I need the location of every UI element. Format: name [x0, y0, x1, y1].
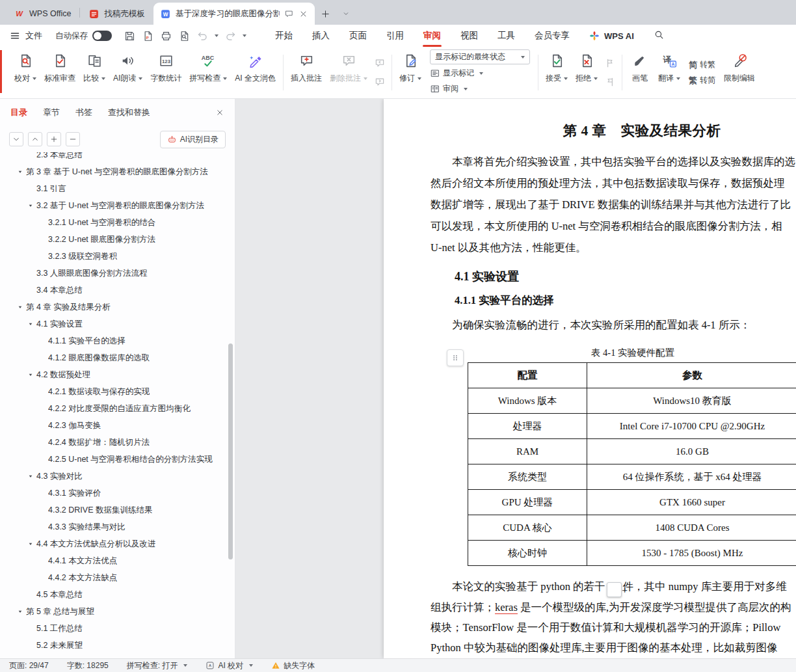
accept-change-button[interactable]: 接受	[542, 47, 572, 98]
outline-item[interactable]: 4.3.3 实验结果与对比	[0, 518, 235, 535]
word-count-indicator[interactable]: 字数: 18295	[67, 660, 109, 671]
outline-item[interactable]: 4.1 实验设置	[0, 316, 235, 332]
document-body[interactable]: 第 4 章 实验及结果分析 本章将首先介绍实验设置，其中包括实验平台的选择以及实…	[384, 99, 796, 658]
menu-tab-5[interactable]: 视图	[451, 25, 488, 47]
track-changes-button[interactable]: 修订	[395, 47, 425, 98]
outline-item[interactable]: 4.4.1 本文方法优点	[0, 552, 235, 569]
undo-history-button[interactable]	[212, 34, 220, 37]
translate-button[interactable]: 译A翻译	[654, 47, 684, 98]
sidebar-tab-1[interactable]: 章节	[43, 107, 60, 118]
delete-comment-button[interactable]: 删除批注	[326, 47, 371, 98]
menu-tab-7[interactable]: 会员专享	[525, 25, 579, 47]
ai-recognize-toc-button[interactable]: AI识别目录	[160, 131, 226, 148]
file-menu-button[interactable]: 文件	[9, 30, 42, 42]
new-tab-button[interactable]	[315, 3, 336, 25]
next-change-button[interactable]	[604, 75, 617, 88]
search-button[interactable]	[654, 29, 665, 42]
tab-wps-home[interactable]: W WPS Office	[5, 3, 79, 25]
reviewing-pane-button[interactable]: 审阅	[430, 82, 530, 96]
markup-state-select[interactable]: 显示标记的最终状态	[430, 49, 530, 64]
sidebar-tab-0[interactable]: 目录	[10, 107, 27, 118]
expand-all-button[interactable]	[28, 132, 42, 146]
next-comment-button[interactable]	[373, 75, 386, 88]
word-count-button[interactable]: 123字数统计	[146, 47, 185, 98]
spellcheck-status[interactable]: 拼写检查: 打开	[127, 660, 188, 671]
outline-item[interactable]: 5.1 工作总结	[0, 620, 235, 637]
redo-history-button[interactable]	[240, 34, 248, 37]
outline-item[interactable]: 4.4 本文方法优缺点分析以及改进	[0, 535, 235, 552]
sidebar-tab-2[interactable]: 书签	[75, 107, 92, 118]
autosave-toggle[interactable]	[92, 31, 112, 41]
collapse-all-button[interactable]	[9, 132, 23, 146]
insert-comment-button[interactable]: 插入批注	[287, 47, 326, 98]
outline-item[interactable]: 第 5 章 总结与展望	[0, 603, 235, 620]
sidebar-scrollbar[interactable]	[228, 343, 233, 559]
simplified-to-traditional-button[interactable]: 简转繁	[689, 58, 715, 72]
previous-comment-button[interactable]	[373, 57, 386, 70]
spellcheck-button[interactable]: ABC拼写检查	[185, 47, 231, 98]
outline-item[interactable]: 2.3 本章总结	[0, 152, 235, 163]
save-button[interactable]	[121, 27, 138, 44]
comment-bubble-icon[interactable]	[284, 9, 294, 19]
menu-tab-1[interactable]: 插入	[302, 25, 339, 47]
menu-tab-0[interactable]: 开始	[265, 25, 302, 47]
hardware-config-table[interactable]: 配置参数Windows 版本Windows10 教育版处理器Intel Core…	[468, 362, 796, 566]
outline-item[interactable]: 3.1 引言	[0, 180, 235, 197]
redo-button[interactable]	[222, 27, 239, 44]
sidebar-tab-3[interactable]: 查找和替换	[108, 107, 150, 118]
outline-item[interactable]: 3.2 基于 U-net 与空洞卷积的眼底图像分割方法	[0, 197, 235, 214]
outline-item[interactable]: 4.1.2 眼底图像数据库的选取	[0, 349, 235, 366]
outline-item[interactable]: 第 4 章 实验及结果分析	[0, 299, 235, 316]
outline-item[interactable]: 3.2.1 U-net 与空洞卷积的结合	[0, 214, 235, 231]
outline-item[interactable]: 4.2.5 U-net 与空洞卷积相结合的分割方法实现	[0, 451, 235, 468]
tab-template-document[interactable]: 找稿壳模板	[80, 3, 153, 25]
wps-ai-button[interactable]: WPS AI	[589, 30, 634, 42]
traditional-to-simplified-button[interactable]: 繁转简	[689, 74, 715, 87]
outline-item[interactable]: 3.2.3 级联空洞卷积	[0, 248, 235, 265]
outline-item[interactable]: 4.2.3 伽马变换	[0, 417, 235, 434]
close-sidebar-button[interactable]	[215, 108, 224, 117]
outline-item[interactable]: 5.2 未来展望	[0, 637, 235, 654]
ai-polish-button[interactable]: AI 全文润色	[231, 47, 280, 98]
outline-item[interactable]: 4.3 实验对比	[0, 468, 235, 485]
outline-item[interactable]: 第 3 章 基于 U-net 与空洞卷积的眼底图像分割方法	[0, 163, 235, 180]
close-tab-icon[interactable]	[298, 9, 308, 19]
outline-item[interactable]: 4.2.2 对比度受限的自适应直方图均衡化	[0, 400, 235, 417]
page-indicator[interactable]: 页面: 29/47	[9, 660, 49, 671]
outline-item[interactable]: 3.3 人眼眼底图像分割方法流程	[0, 265, 235, 282]
zoom-in-outline-button[interactable]	[47, 132, 61, 146]
tab-list-button[interactable]	[336, 3, 356, 25]
compare-button[interactable]: 比较	[79, 47, 109, 98]
outline-item[interactable]: 4.3.2 DRIVE 数据集训练结果	[0, 502, 235, 518]
ai-read-aloud-button[interactable]: AI朗读	[109, 47, 146, 98]
ink-brush-button[interactable]: 画笔	[626, 47, 654, 98]
table-insert-row-button[interactable]: +	[607, 582, 622, 597]
outline-item[interactable]: 4.2.4 数据扩增：随机切片法	[0, 434, 235, 451]
menu-tab-3[interactable]: 引用	[377, 25, 414, 47]
zoom-out-outline-button[interactable]	[66, 132, 80, 146]
outline-item[interactable]: 4.2.1 数据读取与保存的实现	[0, 383, 235, 400]
menu-tab-4[interactable]: 审阅	[414, 25, 451, 47]
missing-font-warning[interactable]: 缺失字体	[271, 660, 315, 671]
proofread-button[interactable]: 校对	[10, 47, 40, 98]
outline-item[interactable]: 4.3.1 实验评价	[0, 485, 235, 502]
tab-active-document[interactable]: W 基于深度学习的眼底图像分割	[153, 3, 315, 25]
table-drag-handle[interactable]	[447, 349, 464, 366]
menu-tab-2[interactable]: 页面	[339, 25, 377, 47]
print-button[interactable]	[157, 27, 174, 44]
restrict-editing-button[interactable]: 限制编辑	[720, 47, 759, 98]
standard-review-button[interactable]: 标准审查	[40, 47, 79, 98]
previous-change-button[interactable]	[604, 57, 617, 70]
document-page[interactable]: 第 4 章 实验及结果分析 本章将首先介绍实验设置，其中包括实验平台的选择以及实…	[384, 99, 796, 658]
export-pdf-button[interactable]: P	[139, 27, 156, 44]
outline-item[interactable]: 4.1.1 实验平台的选择	[0, 332, 235, 349]
outline-item[interactable]: 4.4.2 本文方法缺点	[0, 569, 235, 586]
outline-item[interactable]: 3.2.2 U-net 眼底图像分割方法	[0, 231, 235, 248]
outline-item[interactable]: 4.2 数据预处理	[0, 366, 235, 383]
show-markup-button[interactable]: 显示标记	[430, 66, 530, 80]
outline-item[interactable]: 4.5 本章总结	[0, 586, 235, 603]
outline-item[interactable]: 3.4 本章总结	[0, 282, 235, 299]
menu-tab-6[interactable]: 工具	[488, 25, 525, 47]
ai-proof-status[interactable]: A AI 校对	[206, 660, 253, 671]
reject-change-button[interactable]: 拒绝	[572, 47, 602, 98]
